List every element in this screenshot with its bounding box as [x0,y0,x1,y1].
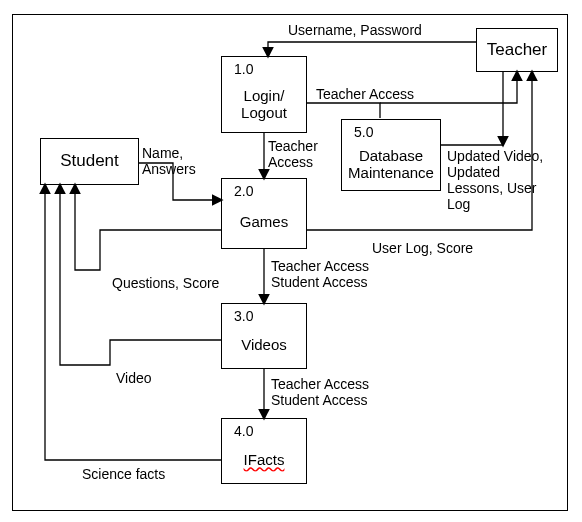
entity-student-label: Student [41,151,138,171]
flow-questions-score: Questions, Score [112,275,219,291]
entity-teacher-label: Teacher [477,40,557,60]
process-4-number: 4.0 [234,423,253,439]
flow-teacher-access-1-2: Teacher Access [268,138,318,170]
flow-userlog-score: User Log, Score [372,240,473,256]
process-5-title: Database Maintenance [342,147,440,182]
process-2-number: 2.0 [234,183,253,199]
process-5-db: 5.0 Database Maintenance [341,119,441,191]
flow-updated: Updated Video, Updated Lessons, User Log [447,148,543,212]
process-3-number: 3.0 [234,308,253,324]
process-2-title: Games [222,213,306,230]
process-4-ifacts: 4.0 IFacts [221,418,307,484]
flow-science-facts: Science facts [82,466,165,482]
process-1-login: 1.0 Login/ Logout [221,56,307,133]
process-2-games: 2.0 Games [221,178,307,249]
flow-name-answers: Name, Answers [142,145,196,177]
process-1-number: 1.0 [234,61,253,77]
flow-ta-sa-3-4: Teacher Access Student Access [271,376,369,408]
process-5-number: 5.0 [354,124,373,140]
flow-video: Video [116,370,152,386]
entity-student: Student [40,138,139,185]
process-3-title: Videos [222,336,306,353]
flow-teacher-access-1-5: Teacher Access [316,86,414,102]
process-1-title: Login/ Logout [222,87,306,122]
process-3-videos: 3.0 Videos [221,303,307,369]
flow-username-password: Username, Password [288,22,422,38]
process-4-title: IFacts [222,451,306,468]
entity-teacher: Teacher [476,28,558,72]
flow-ta-sa-2-3: Teacher Access Student Access [271,258,369,290]
dfd-canvas: Student Teacher 1.0 Login/ Logout 2.0 Ga… [0,0,582,522]
